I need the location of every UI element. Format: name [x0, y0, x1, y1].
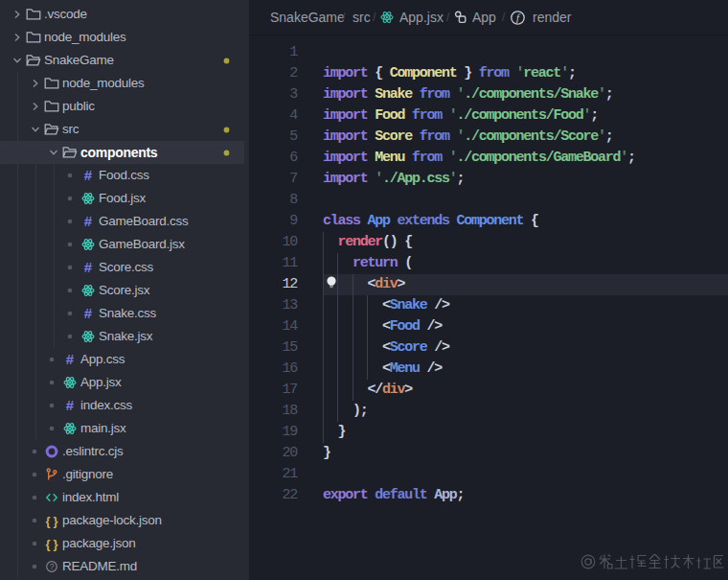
svg-text:{: { — [46, 514, 51, 528]
svg-text:?: ? — [49, 562, 54, 571]
svg-text:#: # — [66, 398, 75, 413]
svg-text:#: # — [84, 214, 93, 229]
svg-text:}: } — [54, 514, 58, 528]
svg-text:}: } — [54, 537, 58, 551]
svg-text:f: f — [516, 12, 521, 23]
svg-text:#: # — [84, 168, 93, 183]
svg-text:#: # — [84, 306, 93, 321]
svg-text:#: # — [66, 352, 75, 367]
svg-text:#: # — [84, 260, 93, 275]
svg-text:{: { — [46, 537, 51, 551]
